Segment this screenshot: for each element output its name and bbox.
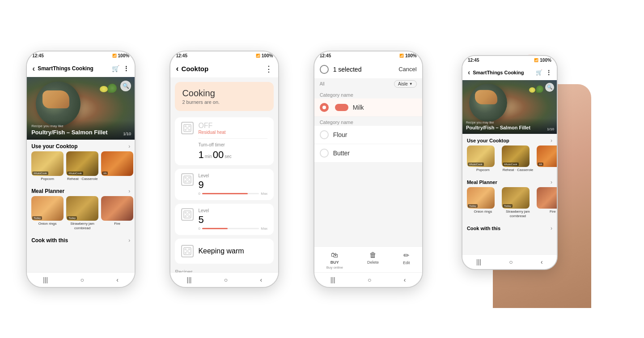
cancel-button[interactable]: Cancel	[398, 66, 416, 73]
burner-card-3: Level 5 0 Max	[175, 204, 274, 235]
radio-flour[interactable]	[320, 130, 329, 139]
more-icon-2[interactable]: ⋮	[265, 64, 273, 74]
tag-strawberry: Today	[67, 216, 77, 220]
buy-icon: 🛍	[331, 251, 338, 259]
nav-home-2[interactable]: ○	[224, 276, 228, 283]
recipe-card-casserole[interactable]: #AutoCook Reheat · Casserole	[66, 151, 98, 181]
back-icon-2[interactable]: ‹	[176, 64, 178, 73]
edit-action[interactable]: ✏ Edit	[403, 251, 410, 270]
nav-home-3[interactable]: ○	[368, 276, 371, 283]
more-icon-4[interactable]: ⋮	[546, 69, 551, 76]
svg-point-8	[189, 177, 190, 178]
recipe-card-4-1[interactable]: #AutoCook Popcorn	[467, 145, 499, 172]
radio-milk[interactable]	[320, 103, 329, 112]
level-slider-2[interactable]: 0 Max	[198, 192, 267, 196]
recipe-card-strawberry[interactable]: Today Strawberry jam cornbread	[66, 196, 98, 230]
recipe-card-4-5[interactable]: Today Strawberry jam cornbread	[502, 187, 534, 218]
section-meal-4: Meal Planner ›	[462, 175, 557, 187]
recipe-card-3[interactable]: #A	[101, 151, 133, 181]
section-title-cook: Cook with this	[31, 237, 68, 244]
slider-track-3[interactable]	[202, 228, 259, 229]
recipe-card-popcorn[interactable]: #AutoCook Popcorn	[31, 151, 64, 181]
svg-point-3	[185, 129, 186, 130]
nav-menu-2[interactable]: |||	[187, 276, 192, 283]
hero-title-1: Poultry/Fish – Salmon Fillet	[31, 129, 130, 136]
cooking-header: ‹ SmartThings Cooking 🛒 ⋮	[27, 60, 135, 77]
all-label: All	[320, 81, 325, 86]
radio-butter[interactable]	[320, 149, 329, 158]
hero-count-1: 1/10	[123, 132, 131, 136]
svg-point-5	[186, 127, 188, 129]
cooking-card: Cooking 2 burners are on.	[175, 82, 274, 111]
cart-icon-1[interactable]: 🛒	[112, 65, 119, 72]
signal-3: 📶	[399, 54, 404, 58]
level-slider-3[interactable]: 0 Max	[198, 227, 267, 231]
cart-icon-4[interactable]: 🛒	[536, 69, 542, 76]
recipe-name-fire: Fire	[101, 222, 133, 226]
back-icon-4[interactable]: ‹	[468, 68, 470, 77]
hero-image-1: 🔍 Recipe you may like Poultry/Fish – Sal…	[27, 77, 135, 140]
recipe-row-meal: Today Onion rings Today Strawberry jam c…	[27, 196, 135, 234]
aisle-filter[interactable]: Aisle ▼	[394, 80, 417, 88]
ingredient-name-flour: Flour	[333, 131, 347, 138]
section-arrow-meal[interactable]: ›	[128, 188, 130, 194]
section-title-cook-4: Cook with this	[467, 226, 500, 231]
nav-home-1[interactable]: ○	[80, 276, 84, 283]
nav-back-2[interactable]: ‹	[260, 276, 263, 283]
nav-menu-3[interactable]: |||	[330, 276, 335, 283]
recipe-card-4-3[interactable]: #A	[537, 145, 557, 172]
back-icon-1[interactable]: ‹	[32, 64, 35, 73]
svg-point-11	[186, 179, 188, 180]
section-arrow-cooktop[interactable]: ›	[128, 143, 130, 150]
filter-row: All Aisle ▼	[314, 78, 422, 90]
recipe-row-cooktop: #AutoCook Popcorn #AutoCook Reheat · Cas…	[27, 151, 135, 185]
svg-point-16	[189, 215, 190, 217]
level-label-2: Level	[198, 173, 267, 178]
svg-point-9	[185, 180, 186, 182]
cooktop-title: Cooktop	[181, 65, 208, 73]
hero-search-btn[interactable]: 🔍	[120, 81, 131, 91]
svg-rect-6	[184, 176, 191, 183]
svg-point-14	[189, 212, 190, 213]
recipe-card-fire[interactable]: Fire	[101, 196, 133, 230]
phone-1: 12:45 📶 100% ‹ SmartThings Cooking 🛒 ⋮	[26, 51, 136, 288]
garnish-decoration	[108, 84, 117, 93]
nav-home-4[interactable]: ○	[509, 258, 513, 265]
nav-back-4[interactable]: ‹	[541, 258, 543, 265]
ingredient-milk[interactable]: Milk	[314, 98, 422, 116]
slider-track-2[interactable]	[202, 193, 259, 194]
nav-back-3[interactable]: ‹	[404, 276, 406, 283]
nav-menu-4[interactable]: |||	[476, 258, 481, 265]
buy-action[interactable]: 🛍 BUY Buy online	[326, 251, 343, 270]
salmon-decoration	[42, 90, 69, 108]
timer-sec-1: 00	[213, 149, 224, 161]
svg-point-19	[185, 248, 186, 250]
all-radio[interactable]	[320, 65, 329, 74]
more-icon-1[interactable]: ⋮	[123, 65, 129, 72]
recipe-card-4-4[interactable]: Today Onion rings	[467, 187, 499, 218]
ingredient-butter[interactable]: Butter	[314, 144, 422, 162]
recipe-card-onion[interactable]: Today Onion rings	[31, 196, 64, 230]
ingredient-flour[interactable]: Flour	[314, 126, 422, 144]
hero-search-4[interactable]: 🔍	[545, 83, 554, 92]
toggle-milk[interactable]	[335, 104, 348, 111]
delete-icon: 🗑	[369, 251, 377, 259]
phone-nav-1: ||| ○ ‹	[27, 272, 135, 287]
recipe-name-strawberry: Strawberry jam cornbread	[66, 222, 98, 230]
ingredient-name-milk: Milk	[353, 104, 364, 111]
phone-nav-3: ||| ○ ‹	[314, 272, 422, 287]
section-arrow-cook[interactable]: ›	[128, 237, 130, 244]
residual-heat-label: Residual heat	[198, 130, 267, 135]
warm-title: Keeping warm	[198, 247, 244, 255]
delete-action[interactable]: 🗑 Delete	[367, 251, 379, 270]
nav-back-1[interactable]: ‹	[116, 276, 119, 283]
svg-rect-0	[184, 124, 191, 132]
recipe-row-meal-4: Today Onion rings Today Strawberry jam c…	[462, 187, 557, 222]
recipe-card-4-2[interactable]: #AutoCook Reheat · Casserole	[502, 145, 534, 172]
section-title-cooktop-4: Use your Cooktop	[467, 138, 509, 143]
hero-count-4: 1/10	[547, 127, 554, 131]
tag-casserole: #AutoCook	[67, 171, 83, 175]
recipe-card-4-6[interactable]: Fire	[537, 187, 557, 218]
nav-menu-1[interactable]: |||	[43, 276, 48, 283]
hero-overlay-4: Recipe you may like Poultry/Fish – Salmo…	[462, 118, 557, 133]
